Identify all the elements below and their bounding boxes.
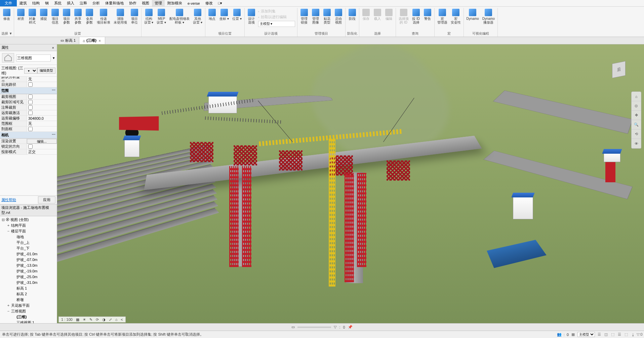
ribbon-btn-do[interactable]: 设计选项: [246, 8, 257, 31]
ribbon-btn-global[interactable]: 全局参数: [84, 8, 95, 31]
menu-collab[interactable]: 协作: [126, 0, 139, 6]
view-cube[interactable]: 后: [607, 58, 631, 81]
ribbon-btn-decal[interactable]: 贴花类型: [322, 8, 332, 31]
prop-value[interactable]: 无: [27, 77, 57, 82]
ribbon-btn-bid[interactable]: 按 ID选择: [411, 8, 421, 31]
prop-value[interactable]: [27, 144, 57, 149]
sb-icon-2[interactable]: ◫: [604, 332, 608, 337]
tree-node[interactable]: 平台_下: [11, 246, 57, 251]
sb-icon-5[interactable]: ⬚: [624, 332, 629, 337]
menu-modify[interactable]: 修改: [203, 0, 215, 6]
menu-view[interactable]: 视图: [139, 0, 152, 6]
nav-wheel[interactable]: ◎: [632, 101, 641, 111]
3d-viewport[interactable]: 后 ⌂ ◎ ✥ 🔍 ⟲ 👁 1 : 100 ▦ ☀ ✎ ⟳ ◑ ⤢ ⌂ <: [57, 44, 644, 323]
menu-file[interactable]: 文件: [0, 0, 17, 6]
ribbon-btn-dyn[interactable]: Dynamo: [465, 8, 480, 31]
menu-insert[interactable]: 插入: [64, 0, 77, 6]
checkbox[interactable]: [28, 105, 33, 110]
menu-addins[interactable]: 附加模块: [165, 0, 185, 6]
type-dropdown[interactable]: 三维视图: [16, 54, 51, 62]
tree-node[interactable]: 桥墩: [11, 297, 57, 303]
ribbon-btn-img[interactable]: 管理图像: [310, 8, 321, 31]
edit-button[interactable]: 编辑...: [27, 139, 57, 144]
ribbon-btn-trans[interactable]: 传递项目标准: [95, 8, 112, 31]
ribbon-btn-obj[interactable]: 对象样式: [27, 8, 38, 31]
shadows-icon[interactable]: ⟳: [95, 317, 100, 322]
prop-value[interactable]: 编辑...: [27, 139, 57, 144]
prop-value[interactable]: [27, 126, 57, 132]
type-selector[interactable]: 三维视图 ▾: [0, 51, 57, 65]
sb-icon-3[interactable]: ⬚: [610, 332, 615, 337]
checkbox[interactable]: [28, 127, 33, 131]
nav-look[interactable]: 👁: [632, 139, 641, 148]
tree-node[interactable]: 护坡_-25.0m: [11, 274, 57, 280]
toggle-icon[interactable]: −: [7, 229, 10, 233]
ribbon-btn-param[interactable]: 项目参数: [61, 8, 72, 31]
properties-help-link[interactable]: 属性帮助: [0, 197, 17, 203]
rendering-icon[interactable]: ◑: [101, 317, 107, 322]
menu-analyze[interactable]: 分析: [90, 0, 103, 6]
ribbon-btn-unit[interactable]: 项目单位: [129, 8, 140, 31]
tree-node[interactable]: 护坡_-01.0m: [11, 251, 57, 257]
tree-node[interactable]: 三维视图 1: [11, 320, 57, 323]
menu-everse[interactable]: e-verse: [185, 0, 203, 6]
menu-annotate[interactable]: 注释: [77, 0, 90, 6]
prop-value[interactable]: [27, 105, 57, 110]
menu-massing[interactable]: 体量和场地: [103, 0, 126, 6]
workset-icon[interactable]: 👥: [557, 332, 562, 337]
ribbon-btn-mep[interactable]: MEP设置 ▾: [155, 8, 167, 35]
menu-arch[interactable]: 建筑: [17, 0, 30, 6]
design-option-select[interactable]: 主模型 ▾: [258, 21, 295, 27]
tree-node[interactable]: 护坡_-13.0m: [11, 263, 57, 268]
close-icon[interactable]: ×: [98, 39, 101, 43]
toggle-icon[interactable]: +: [7, 303, 10, 307]
tree-node[interactable]: 平台_上: [11, 240, 57, 246]
ribbon-btn-mat[interactable]: 材质: [15, 8, 26, 31]
prop-value[interactable]: 正交: [27, 149, 57, 154]
ribbon-btn-coord[interactable]: 坐标 ▾: [218, 8, 230, 31]
ribbon-btn-panel[interactable]: 配电盘明细表样板 ▾: [168, 8, 191, 35]
tree-node[interactable]: {三维}: [11, 314, 57, 320]
edit-type-button[interactable]: 编辑类型: [37, 68, 55, 74]
sun-path-icon[interactable]: ✎: [88, 317, 93, 322]
ribbon-btn-phase[interactable]: 阶段: [347, 8, 358, 31]
ribbon-btn-loc[interactable]: 地点: [207, 8, 217, 31]
ribbon-btn-macro[interactable]: 宏管理器: [436, 8, 449, 31]
ribbon-btn-other[interactable]: 其他设置 ▾: [192, 8, 204, 35]
ribbon-btn-link[interactable]: 管理链接: [299, 8, 310, 31]
tree-node[interactable]: 护坡_-07.0m: [11, 257, 57, 263]
detail-level-icon[interactable]: ▦: [75, 317, 80, 322]
menu-system[interactable]: 系统: [51, 0, 64, 6]
ribbon-btn-purge[interactable]: 清除未使用项: [112, 8, 128, 31]
prop-section-header[interactable]: 相机⋯: [0, 132, 57, 139]
toggle-icon[interactable]: +: [7, 223, 10, 227]
chevron-down-icon[interactable]: ▾: [53, 56, 55, 60]
nav-orbit[interactable]: ⟲: [632, 129, 641, 139]
toggle-icon[interactable]: −: [7, 309, 10, 313]
ribbon-btn-struct[interactable]: 结构设置 ▾: [143, 8, 155, 35]
tree-node[interactable]: 护坡_-19.0m: [11, 268, 57, 274]
tree-node[interactable]: 护坡_-31.0m: [11, 280, 57, 286]
checkbox[interactable]: [28, 82, 33, 87]
home-icon[interactable]: ⌂: [114, 317, 119, 322]
prop-value[interactable]: [27, 110, 57, 115]
ribbon-btn-snap[interactable]: 捕捉: [38, 8, 49, 31]
menu-manage[interactable]: 管理: [152, 0, 165, 6]
instance-dropdown[interactable]: ▾: [24, 68, 37, 74]
ribbon-btn-share[interactable]: 共享参数: [73, 8, 83, 31]
chevron-left-icon[interactable]: <: [120, 317, 124, 322]
tree-node[interactable]: 标高 2: [11, 291, 57, 297]
prop-value[interactable]: 无: [27, 121, 57, 126]
ribbon-btn-info[interactable]: 项目信息: [50, 8, 61, 31]
tree-node[interactable]: + 天花板平面: [5, 303, 57, 308]
model-selector[interactable]: 主模型: [577, 332, 595, 337]
visual-style-icon[interactable]: ☀: [82, 317, 87, 322]
nav-home[interactable]: ⌂: [632, 92, 641, 101]
nav-zoom[interactable]: 🔍: [632, 120, 641, 129]
prop-value[interactable]: 304800.0: [27, 116, 57, 121]
ribbon-btn-msec[interactable]: 宏安全性: [449, 8, 462, 31]
checkbox[interactable]: [28, 144, 33, 149]
tab-3d-view[interactable]: ⌂ {三维} ×: [79, 37, 105, 44]
prop-value[interactable]: [27, 82, 57, 87]
checkbox[interactable]: [28, 111, 33, 115]
